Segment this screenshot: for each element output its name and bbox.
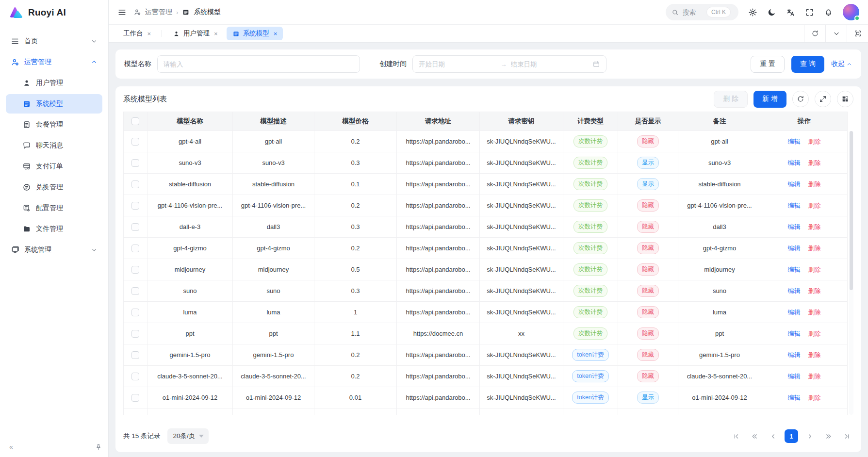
close-tab-icon[interactable]: × bbox=[147, 30, 151, 37]
sidebar-item-system-management[interactable]: 系统管理 bbox=[6, 240, 102, 260]
close-tab-icon[interactable]: × bbox=[214, 30, 218, 37]
model-name-input[interactable] bbox=[157, 55, 360, 73]
breadcrumb-parent[interactable]: 运营管理 bbox=[145, 8, 172, 16]
search-input[interactable] bbox=[683, 9, 703, 16]
global-search[interactable]: Ctrl K bbox=[666, 4, 738, 20]
prev-page-button[interactable] bbox=[766, 429, 780, 443]
sidebar-item-operations[interactable]: 运营管理 bbox=[6, 52, 102, 72]
sidebar-item-payment-orders[interactable]: 支付订单 bbox=[6, 157, 102, 176]
edit-link[interactable]: 编辑 bbox=[788, 330, 801, 337]
edit-link[interactable]: 编辑 bbox=[788, 287, 801, 294]
delete-link[interactable]: 删除 bbox=[808, 223, 821, 230]
edit-link[interactable]: 编辑 bbox=[788, 394, 801, 401]
edit-link[interactable]: 编辑 bbox=[788, 373, 801, 380]
cell-model-name: stable-diffusion bbox=[147, 174, 233, 195]
next-5-pages-button[interactable] bbox=[821, 429, 835, 443]
edit-link[interactable]: 编辑 bbox=[788, 138, 801, 145]
end-date-input[interactable] bbox=[511, 61, 589, 68]
current-page-button[interactable]: 1 bbox=[785, 429, 798, 443]
cell-model-desc: claude-3-5-sonnet-20... bbox=[233, 366, 314, 387]
prev-5-pages-button[interactable] bbox=[748, 429, 761, 443]
prev-5-pages-icon bbox=[751, 433, 758, 440]
sidebar-collapse-button[interactable]: « bbox=[6, 441, 16, 452]
delete-button[interactable]: 删 除 bbox=[714, 91, 748, 108]
delete-link[interactable]: 删除 bbox=[808, 202, 821, 209]
edit-link[interactable]: 编辑 bbox=[788, 266, 801, 273]
row-checkbox[interactable] bbox=[131, 266, 139, 274]
date-range-picker[interactable]: → bbox=[412, 55, 606, 73]
row-checkbox[interactable] bbox=[131, 180, 139, 188]
sidebar-pin-icon[interactable] bbox=[95, 443, 102, 451]
edit-link[interactable]: 编辑 bbox=[788, 202, 801, 209]
sidebar-item-config-management[interactable]: 配置管理 bbox=[6, 198, 102, 218]
add-button[interactable]: 新 增 bbox=[753, 91, 786, 108]
delete-link[interactable]: 删除 bbox=[808, 373, 821, 380]
delete-link[interactable]: 删除 bbox=[808, 330, 821, 337]
tabbar-collapse-arrow-button[interactable] bbox=[825, 25, 847, 42]
dark-mode-icon[interactable] bbox=[767, 8, 776, 17]
sidebar-item-chat-messages[interactable]: 聊天消息 bbox=[6, 136, 102, 155]
row-checkbox[interactable] bbox=[131, 223, 139, 231]
select-all-checkbox[interactable] bbox=[131, 117, 139, 125]
sidebar-item-package-management[interactable]: 套餐管理 bbox=[6, 115, 102, 134]
first-page-button[interactable] bbox=[729, 429, 743, 443]
edit-link[interactable]: 编辑 bbox=[788, 309, 801, 316]
column-settings-button[interactable] bbox=[837, 91, 853, 107]
expand-button[interactable] bbox=[815, 91, 831, 107]
fullscreen-icon[interactable] bbox=[805, 8, 814, 17]
delete-link[interactable]: 删除 bbox=[808, 138, 821, 145]
close-tab-icon[interactable]: × bbox=[274, 30, 278, 37]
table-scrollbar-thumb[interactable] bbox=[850, 131, 853, 290]
edit-link[interactable]: 编辑 bbox=[788, 180, 801, 188]
delete-link[interactable]: 删除 bbox=[808, 245, 821, 252]
delete-link[interactable]: 删除 bbox=[808, 394, 821, 401]
delete-link[interactable]: 删除 bbox=[808, 351, 821, 359]
delete-link[interactable]: 删除 bbox=[808, 180, 821, 188]
row-checkbox[interactable] bbox=[131, 394, 139, 402]
cell-request-key: xx bbox=[480, 323, 563, 344]
sidebar-item-redeem-management[interactable]: 兑换管理 bbox=[6, 178, 102, 197]
row-checkbox[interactable] bbox=[131, 138, 139, 146]
search-button[interactable]: 查 询 bbox=[791, 56, 824, 73]
menu-toggle-icon[interactable] bbox=[117, 8, 127, 17]
delete-link[interactable]: 删除 bbox=[808, 159, 821, 166]
row-checkbox[interactable] bbox=[131, 287, 139, 295]
last-page-button[interactable] bbox=[840, 429, 853, 443]
row-checkbox[interactable] bbox=[131, 159, 139, 167]
sidebar-item-home[interactable]: 首页 bbox=[6, 32, 102, 51]
tab-user-management[interactable]: 用户管理× bbox=[167, 27, 224, 40]
tabbar-refresh-button[interactable] bbox=[804, 25, 825, 42]
avatar[interactable] bbox=[843, 4, 859, 20]
row-checkbox[interactable] bbox=[131, 373, 139, 380]
page-size-select[interactable]: 20条/页 bbox=[167, 428, 209, 444]
delete-link[interactable]: 删除 bbox=[808, 309, 821, 316]
edit-link[interactable]: 编辑 bbox=[788, 351, 801, 359]
tab-workbench[interactable]: 工作台× bbox=[117, 27, 157, 40]
notifications-icon[interactable] bbox=[824, 8, 833, 17]
delete-link[interactable]: 删除 bbox=[808, 266, 821, 273]
sidebar-item-user-management[interactable]: 用户管理 bbox=[6, 73, 102, 93]
row-checkbox[interactable] bbox=[131, 245, 139, 252]
sidebar-item-file-management[interactable]: 文件管理 bbox=[6, 219, 102, 239]
translate-icon[interactable] bbox=[786, 8, 795, 17]
start-date-input[interactable] bbox=[419, 61, 497, 68]
sidebar-item-system-model[interactable]: 系统模型 bbox=[6, 94, 102, 114]
row-checkbox[interactable] bbox=[131, 351, 139, 359]
table-scrollbar[interactable] bbox=[849, 131, 853, 415]
calendar-icon[interactable] bbox=[592, 60, 600, 68]
row-checkbox[interactable] bbox=[131, 202, 139, 210]
row-checkbox[interactable] bbox=[131, 330, 139, 338]
next-page-button[interactable] bbox=[803, 429, 817, 443]
refresh-button[interactable] bbox=[792, 91, 809, 107]
collapse-filter-link[interactable]: 收起 bbox=[831, 60, 852, 68]
delete-link[interactable]: 删除 bbox=[808, 287, 821, 294]
tabbar-content-fullscreen-button[interactable] bbox=[847, 25, 868, 42]
row-checkbox[interactable] bbox=[131, 309, 139, 316]
settings-icon[interactable] bbox=[748, 8, 757, 17]
reset-button[interactable]: 重 置 bbox=[751, 56, 785, 73]
edit-link[interactable]: 编辑 bbox=[788, 223, 801, 230]
tab-system-model[interactable]: 系统模型× bbox=[227, 27, 283, 40]
edit-link[interactable]: 编辑 bbox=[788, 159, 801, 166]
breadcrumb-current[interactable]: 系统模型 bbox=[194, 8, 221, 16]
edit-link[interactable]: 编辑 bbox=[788, 245, 801, 252]
